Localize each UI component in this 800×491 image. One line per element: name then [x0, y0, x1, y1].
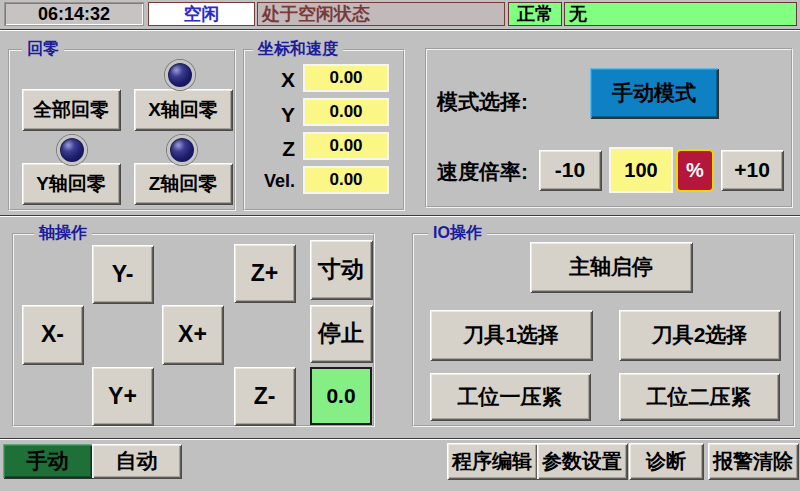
x-position-display: 0.00: [303, 64, 389, 92]
stop-button[interactable]: 停止: [310, 305, 372, 362]
axis-ops-group-title: 轴操作: [34, 224, 92, 242]
jog-step-value-field[interactable]: 0.0: [310, 367, 372, 425]
hmi-screen: 06:14:32 空闲 处于空闲状态 正常 无 回零 全部回零 X轴回零 Y轴回…: [0, 0, 800, 491]
homing-group-title: 回零: [22, 40, 64, 58]
mode-button[interactable]: 手动模式: [590, 68, 718, 118]
io-ops-group: IO操作 主轴启停 刀具1选择 刀具2选择 工位一压紧 工位二压紧: [412, 233, 795, 427]
override-decrease-button[interactable]: -10: [539, 150, 601, 190]
coords-group: 坐标和速度 X 0.00 Y 0.00 Z 0.00 Vel. 0.00: [243, 49, 405, 211]
mode-select-label: 模式选择:: [437, 88, 528, 116]
manual-mode-tab[interactable]: 手动: [3, 444, 92, 478]
station1-clamp-button[interactable]: 工位一压紧: [430, 373, 590, 420]
z-axis-label: Z: [245, 137, 295, 161]
program-edit-button[interactable]: 程序编辑: [447, 443, 537, 479]
y-axis-label: Y: [245, 103, 295, 127]
home-x-button[interactable]: X轴回零: [134, 89, 232, 130]
velocity-display: 0.00: [303, 166, 389, 194]
middle-divider: [0, 215, 800, 217]
y-position-display: 0.00: [303, 98, 389, 126]
axis-ops-group: 轴操作 Y- Z+ 寸动 X- X+ 停止 Y+ Z- 0.0: [12, 233, 375, 427]
machine-state-display: 空闲: [148, 2, 255, 26]
bottom-divider: [0, 438, 800, 440]
coords-group-title: 坐标和速度: [253, 40, 343, 58]
alarm-message-display: 无: [564, 2, 797, 26]
x-axis-label: X: [245, 68, 295, 92]
diagnostics-button[interactable]: 诊断: [629, 443, 703, 479]
mode-group: 模式选择: 手动模式 速度倍率: -10 100 % +10: [425, 48, 793, 208]
z-home-led-icon: [167, 135, 197, 165]
z-position-display: 0.00: [303, 132, 389, 160]
station2-clamp-button[interactable]: 工位二压紧: [619, 373, 779, 420]
top-divider: [0, 29, 800, 31]
io-ops-group-title: IO操作: [428, 224, 487, 242]
home-y-button[interactable]: Y轴回零: [22, 163, 120, 204]
jog-y-plus-button[interactable]: Y+: [92, 367, 153, 425]
jog-x-plus-button[interactable]: X+: [162, 305, 223, 364]
jog-mode-button[interactable]: 寸动: [310, 240, 372, 299]
parameter-settings-button[interactable]: 参数设置: [537, 443, 627, 479]
spindle-start-stop-button[interactable]: 主轴启停: [530, 242, 692, 292]
tool1-select-button[interactable]: 刀具1选择: [430, 310, 592, 360]
home-z-button[interactable]: Z轴回零: [134, 163, 232, 204]
alarm-clear-button[interactable]: 报警清除: [708, 443, 798, 479]
speed-override-label: 速度倍率:: [437, 158, 528, 186]
jog-z-minus-button[interactable]: Z-: [234, 367, 295, 425]
jog-y-minus-button[interactable]: Y-: [92, 245, 153, 303]
override-increase-button[interactable]: +10: [721, 150, 783, 190]
override-value-field[interactable]: 100: [609, 147, 673, 193]
velocity-label: Vel.: [245, 171, 295, 192]
x-home-led-icon: [165, 60, 195, 90]
jog-x-minus-button[interactable]: X-: [22, 305, 83, 364]
home-all-button[interactable]: 全部回零: [22, 89, 120, 130]
tool2-select-button[interactable]: 刀具2选择: [619, 310, 780, 360]
y-home-led-icon: [57, 135, 87, 165]
alarm-state-display: 正常: [508, 2, 562, 26]
jog-z-plus-button[interactable]: Z+: [234, 244, 295, 302]
homing-group: 回零 全部回零 X轴回零 Y轴回零 Z轴回零: [8, 49, 236, 211]
percent-unit-badge: %: [676, 149, 714, 192]
auto-mode-tab[interactable]: 自动: [92, 444, 181, 478]
clock-display: 06:14:32: [4, 2, 144, 26]
state-message-display: 处于空闲状态: [257, 2, 505, 26]
